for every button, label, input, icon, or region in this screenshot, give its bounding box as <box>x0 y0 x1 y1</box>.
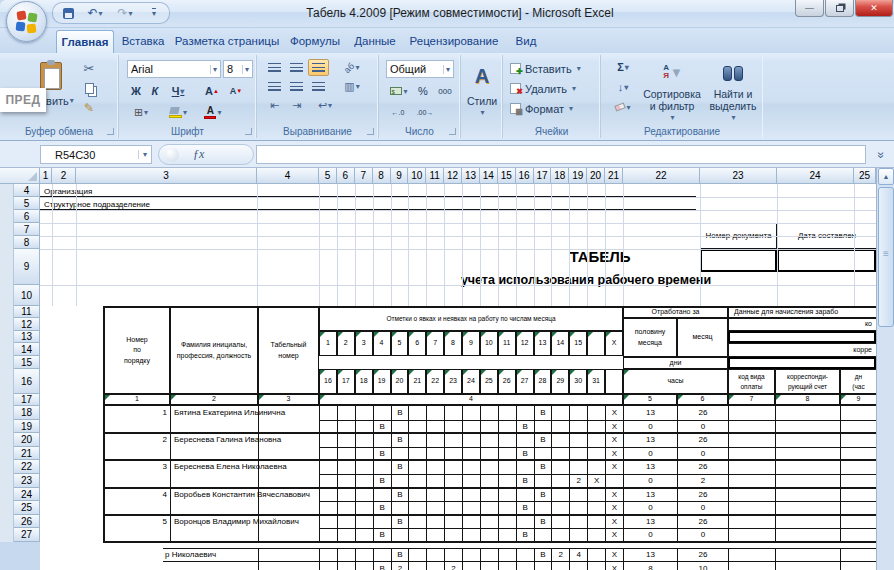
day-cell[interactable] <box>498 562 516 570</box>
day-cell[interactable] <box>391 474 409 488</box>
row-header-20[interactable]: 20 <box>14 433 40 447</box>
row-header-11[interactable]: 11 <box>14 306 40 318</box>
worked-days-cell[interactable]: 0 <box>623 474 677 488</box>
day-cell[interactable]: В <box>391 548 409 562</box>
day-header-x[interactable]: Х <box>605 331 623 356</box>
day-cell[interactable]: В <box>516 528 534 542</box>
day-cell[interactable] <box>355 501 373 515</box>
day-cell[interactable]: 2 <box>569 474 587 488</box>
align-center-button[interactable] <box>286 78 307 95</box>
footer-num-5[interactable]: 5 <box>623 394 677 406</box>
day-cell[interactable] <box>516 460 534 474</box>
header-pay-days[interactable]: дн(час <box>840 369 876 394</box>
clear-button[interactable] <box>609 99 637 115</box>
day-header-bottom-19[interactable]: 19 <box>373 369 391 394</box>
pay-code-cell[interactable] <box>728 501 775 515</box>
day-cell[interactable] <box>408 501 426 515</box>
insert-cells-button[interactable]: ✚Вставить <box>509 60 595 77</box>
row-header-18[interactable]: 18 <box>14 406 40 420</box>
day-cell[interactable] <box>551 501 569 515</box>
header-hours[interactable]: часы <box>623 369 728 394</box>
day-header-bottom-23[interactable]: 23 <box>444 369 462 394</box>
footer-num-7[interactable]: 7 <box>728 394 775 406</box>
day-cell[interactable] <box>498 460 516 474</box>
row-header-8[interactable]: 8 <box>14 236 40 249</box>
day-cell[interactable] <box>569 515 587 528</box>
partial-person-name[interactable]: р Николаевич <box>165 550 325 561</box>
worked-hours-cell[interactable]: 26 <box>677 515 728 528</box>
day-cell[interactable] <box>587 460 605 474</box>
day-cell[interactable] <box>516 515 534 528</box>
day-header-top-5[interactable]: 5 <box>391 331 409 356</box>
decrease-indent-button[interactable]: ⇤ <box>264 97 285 114</box>
x-cell[interactable]: Х <box>605 501 623 515</box>
day-cell[interactable]: 2 <box>391 562 409 570</box>
column-header-23[interactable]: 23 <box>700 168 777 184</box>
column-header-14[interactable]: 14 <box>480 168 498 184</box>
column-header-1[interactable]: 1 <box>40 168 52 184</box>
day-cell[interactable] <box>587 528 605 542</box>
day-header-top-4[interactable]: 4 <box>373 331 391 356</box>
row-header-9[interactable]: 9 <box>14 249 40 285</box>
day-cell[interactable] <box>426 528 444 542</box>
day-cell[interactable] <box>462 562 480 570</box>
day-cell[interactable] <box>444 501 462 515</box>
minimize-button[interactable]: — <box>795 0 824 17</box>
day-cell[interactable]: В <box>534 460 552 474</box>
worked-days-cell[interactable]: 13 <box>623 548 677 562</box>
day-header-x-bottom[interactable] <box>605 369 623 394</box>
day-header-bottom-25[interactable]: 25 <box>480 369 498 394</box>
row-header-26[interactable]: 26 <box>14 515 40 528</box>
column-header-17[interactable]: 17 <box>534 168 552 184</box>
bold-button[interactable]: Ж <box>127 82 145 100</box>
header-name-col[interactable]: Фамилия инициалы,профессия, должность <box>170 306 258 394</box>
day-header-top-3[interactable]: 3 <box>355 331 373 356</box>
tab-4[interactable]: Формулы <box>284 30 346 53</box>
day-cell[interactable] <box>587 488 605 501</box>
day-cell[interactable] <box>462 501 480 515</box>
day-cell[interactable] <box>551 488 569 501</box>
day-header-top-6[interactable]: 6 <box>408 331 426 356</box>
day-cell[interactable] <box>355 562 373 570</box>
day-cell[interactable] <box>355 548 373 562</box>
x-cell[interactable]: Х <box>605 528 623 542</box>
day-cell[interactable]: В <box>534 406 552 420</box>
day-cell[interactable] <box>462 474 480 488</box>
scrollbar-thumb[interactable] <box>878 187 894 327</box>
grow-font-button[interactable]: А▲ <box>201 82 223 100</box>
day-cell[interactable] <box>551 460 569 474</box>
tab-5[interactable]: Данные <box>348 30 402 53</box>
x-cell[interactable]: Х <box>605 460 623 474</box>
save-button[interactable] <box>58 4 78 22</box>
day-header-bottom-17[interactable]: 17 <box>337 369 355 394</box>
day-cell[interactable] <box>551 474 569 488</box>
borders-button[interactable]: ⊞ <box>127 103 155 121</box>
day-cell[interactable] <box>426 474 444 488</box>
pay-days-cell[interactable] <box>840 460 876 474</box>
day-cell[interactable] <box>516 562 534 570</box>
underline-button[interactable]: Ч <box>165 82 191 100</box>
format-cells-button[interactable]: ▦Формат <box>509 100 595 117</box>
day-cell[interactable] <box>551 515 569 528</box>
day-cell[interactable]: 4 <box>569 548 587 562</box>
pay-code-cell[interactable] <box>728 474 775 488</box>
day-cell[interactable] <box>498 406 516 420</box>
number-format-combo[interactable]: Общий <box>386 60 454 78</box>
day-cell[interactable] <box>587 562 605 570</box>
day-cell[interactable] <box>319 474 337 488</box>
day-cell[interactable] <box>373 548 391 562</box>
day-header-top-13[interactable]: 13 <box>534 331 552 356</box>
day-cell[interactable] <box>498 528 516 542</box>
pay-days-cell[interactable] <box>840 501 876 515</box>
day-cell[interactable] <box>408 474 426 488</box>
row-header-6[interactable]: 6 <box>14 210 40 223</box>
worked-hours-cell[interactable]: 10 <box>677 562 728 570</box>
orientation-button[interactable]: аб <box>337 59 367 76</box>
row-header-19[interactable]: 19 <box>14 420 40 433</box>
worked-days-cell[interactable]: 0 <box>623 501 677 515</box>
pay-corr-cell[interactable] <box>775 501 840 515</box>
footer-num-2[interactable]: 2 <box>170 394 258 406</box>
increase-decimal-button[interactable]: ←.0 <box>386 103 410 121</box>
close-button[interactable]: ✕ <box>855 0 893 17</box>
day-cell[interactable] <box>444 548 462 562</box>
